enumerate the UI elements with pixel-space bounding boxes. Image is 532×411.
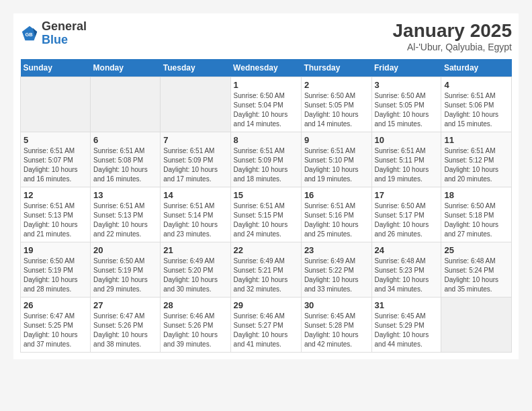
day-info: Sunrise: 6:50 AMSunset: 5:19 PMDaylight:… — [24, 257, 87, 294]
day-number: 23 — [304, 245, 369, 255]
day-number: 19 — [24, 245, 87, 255]
calendar-cell — [161, 77, 230, 132]
day-number: 12 — [24, 190, 87, 200]
day-info: Sunrise: 6:50 AMSunset: 5:18 PMDaylight:… — [444, 201, 508, 239]
calendar-cell: 31Sunrise: 6:45 AMSunset: 5:29 PMDayligh… — [371, 298, 441, 353]
day-number: 25 — [444, 245, 508, 255]
day-number: 15 — [234, 190, 298, 200]
month-title: January 2025 — [393, 20, 512, 42]
title-area: January 2025 Al-'Ubur, Qalyubia, Egypt — [393, 20, 512, 52]
day-info: Sunrise: 6:46 AMSunset: 5:27 PMDaylight:… — [234, 312, 298, 349]
calendar-cell: 17Sunrise: 6:50 AMSunset: 5:17 PMDayligh… — [371, 187, 441, 242]
weekday-header-saturday: Saturday — [441, 59, 512, 77]
logo-blue: Blue — [42, 33, 68, 46]
calendar-cell: 5Sunrise: 6:51 AMSunset: 5:07 PMDaylight… — [21, 132, 91, 187]
calendar-cell: 20Sunrise: 6:50 AMSunset: 5:19 PMDayligh… — [91, 242, 161, 298]
day-number: 7 — [163, 135, 227, 145]
day-info: Sunrise: 6:51 AMSunset: 5:06 PMDaylight:… — [444, 91, 508, 129]
day-info: Sunrise: 6:48 AMSunset: 5:24 PMDaylight:… — [444, 257, 508, 294]
calendar-cell: 9Sunrise: 6:51 AMSunset: 5:10 PMDaylight… — [301, 132, 371, 187]
calendar-cell: 10Sunrise: 6:51 AMSunset: 5:11 PMDayligh… — [371, 132, 441, 187]
day-number: 10 — [375, 135, 439, 145]
calendar-cell: 2Sunrise: 6:50 AMSunset: 5:05 PMDaylight… — [301, 77, 371, 132]
day-number: 13 — [93, 190, 157, 200]
day-info: Sunrise: 6:51 AMSunset: 5:11 PMDaylight:… — [375, 146, 439, 184]
day-number: 1 — [234, 80, 298, 90]
calendar-cell: 6Sunrise: 6:51 AMSunset: 5:08 PMDaylight… — [91, 132, 161, 187]
day-number: 28 — [163, 300, 227, 310]
day-number: 26 — [24, 300, 87, 310]
day-info: Sunrise: 6:49 AMSunset: 5:22 PMDaylight:… — [304, 257, 369, 294]
day-info: Sunrise: 6:51 AMSunset: 5:10 PMDaylight:… — [304, 146, 369, 184]
weekday-header-wednesday: Wednesday — [230, 59, 301, 77]
day-info: Sunrise: 6:50 AMSunset: 5:17 PMDaylight:… — [375, 201, 439, 239]
calendar-cell: 30Sunrise: 6:45 AMSunset: 5:28 PMDayligh… — [301, 298, 371, 353]
calendar-cell: 25Sunrise: 6:48 AMSunset: 5:24 PMDayligh… — [441, 242, 512, 298]
calendar-cell: 26Sunrise: 6:47 AMSunset: 5:25 PMDayligh… — [21, 298, 91, 353]
day-number: 27 — [93, 300, 157, 310]
day-number: 11 — [444, 135, 508, 145]
calendar-cell: 24Sunrise: 6:48 AMSunset: 5:23 PMDayligh… — [371, 242, 441, 298]
calendar-body: 1Sunrise: 6:50 AMSunset: 5:04 PMDaylight… — [21, 77, 512, 353]
calendar-cell: 8Sunrise: 6:51 AMSunset: 5:09 PMDaylight… — [230, 132, 301, 187]
day-info: Sunrise: 6:45 AMSunset: 5:29 PMDaylight:… — [375, 312, 439, 349]
day-info: Sunrise: 6:51 AMSunset: 5:15 PMDaylight:… — [234, 201, 298, 239]
day-info: Sunrise: 6:45 AMSunset: 5:28 PMDaylight:… — [304, 312, 369, 349]
day-number: 3 — [375, 80, 439, 90]
day-info: Sunrise: 6:47 AMSunset: 5:25 PMDaylight:… — [24, 312, 87, 349]
day-number: 4 — [444, 80, 508, 90]
calendar-cell: 27Sunrise: 6:47 AMSunset: 5:26 PMDayligh… — [91, 298, 161, 353]
day-number: 24 — [375, 245, 439, 255]
calendar-week-4: 19Sunrise: 6:50 AMSunset: 5:19 PMDayligh… — [21, 242, 512, 298]
logo: GB General Blue — [20, 20, 87, 47]
day-number: 8 — [234, 135, 298, 145]
calendar-cell: 16Sunrise: 6:51 AMSunset: 5:16 PMDayligh… — [301, 187, 371, 242]
calendar-cell: 13Sunrise: 6:51 AMSunset: 5:13 PMDayligh… — [91, 187, 161, 242]
weekday-header-tuesday: Tuesday — [161, 59, 230, 77]
svg-text:GB: GB — [25, 32, 33, 38]
calendar-cell: 12Sunrise: 6:51 AMSunset: 5:13 PMDayligh… — [21, 187, 91, 242]
calendar-cell: 3Sunrise: 6:50 AMSunset: 5:05 PMDaylight… — [371, 77, 441, 132]
day-number: 9 — [304, 135, 369, 145]
day-info: Sunrise: 6:51 AMSunset: 5:14 PMDaylight:… — [163, 201, 227, 239]
day-number: 17 — [375, 190, 439, 200]
day-number: 31 — [375, 300, 439, 310]
calendar-week-2: 5Sunrise: 6:51 AMSunset: 5:07 PMDaylight… — [21, 132, 512, 187]
logo-general: General — [42, 20, 87, 34]
day-number: 6 — [93, 135, 157, 145]
calendar-header: SundayMondayTuesdayWednesdayThursdayFrid… — [21, 59, 512, 77]
day-info: Sunrise: 6:51 AMSunset: 5:08 PMDaylight:… — [93, 146, 157, 184]
day-info: Sunrise: 6:50 AMSunset: 5:04 PMDaylight:… — [234, 91, 298, 129]
day-number: 14 — [163, 190, 227, 200]
calendar-cell: 28Sunrise: 6:46 AMSunset: 5:26 PMDayligh… — [161, 298, 230, 353]
day-info: Sunrise: 6:50 AMSunset: 5:05 PMDaylight:… — [375, 91, 439, 129]
calendar-cell: 18Sunrise: 6:50 AMSunset: 5:18 PMDayligh… — [441, 187, 512, 242]
logo-text: General Blue — [42, 20, 87, 47]
day-info: Sunrise: 6:51 AMSunset: 5:07 PMDaylight:… — [24, 146, 87, 184]
day-info: Sunrise: 6:48 AMSunset: 5:23 PMDaylight:… — [375, 257, 439, 294]
weekday-header-sunday: Sunday — [21, 59, 91, 77]
day-info: Sunrise: 6:51 AMSunset: 5:13 PMDaylight:… — [93, 201, 157, 239]
calendar-cell: 15Sunrise: 6:51 AMSunset: 5:15 PMDayligh… — [230, 187, 301, 242]
day-info: Sunrise: 6:50 AMSunset: 5:19 PMDaylight:… — [93, 257, 157, 294]
day-number: 22 — [234, 245, 298, 255]
day-info: Sunrise: 6:51 AMSunset: 5:09 PMDaylight:… — [234, 146, 298, 184]
day-number: 18 — [444, 190, 508, 200]
day-info: Sunrise: 6:49 AMSunset: 5:20 PMDaylight:… — [163, 257, 227, 294]
calendar-cell: 22Sunrise: 6:49 AMSunset: 5:21 PMDayligh… — [230, 242, 301, 298]
calendar-cell: 23Sunrise: 6:49 AMSunset: 5:22 PMDayligh… — [301, 242, 371, 298]
calendar-cell: 29Sunrise: 6:46 AMSunset: 5:27 PMDayligh… — [230, 298, 301, 353]
day-number: 21 — [163, 245, 227, 255]
calendar-week-3: 12Sunrise: 6:51 AMSunset: 5:13 PMDayligh… — [21, 187, 512, 242]
calendar-cell — [91, 77, 161, 132]
calendar-cell: 19Sunrise: 6:50 AMSunset: 5:19 PMDayligh… — [21, 242, 91, 298]
calendar-week-5: 26Sunrise: 6:47 AMSunset: 5:25 PMDayligh… — [21, 298, 512, 353]
day-info: Sunrise: 6:51 AMSunset: 5:09 PMDaylight:… — [163, 146, 227, 184]
day-number: 29 — [234, 300, 298, 310]
day-number: 20 — [93, 245, 157, 255]
calendar-cell: 7Sunrise: 6:51 AMSunset: 5:09 PMDaylight… — [161, 132, 230, 187]
day-info: Sunrise: 6:50 AMSunset: 5:05 PMDaylight:… — [304, 91, 369, 129]
header: GB General Blue January 2025 Al-'Ubur, Q… — [20, 20, 512, 52]
day-info: Sunrise: 6:51 AMSunset: 5:13 PMDaylight:… — [24, 201, 87, 239]
day-info: Sunrise: 6:51 AMSunset: 5:12 PMDaylight:… — [444, 146, 508, 184]
